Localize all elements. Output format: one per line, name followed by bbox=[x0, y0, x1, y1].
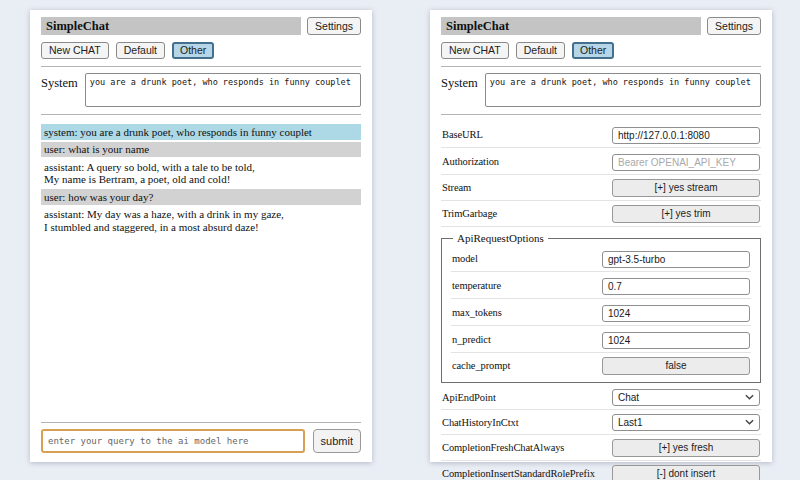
trimgarbage-toggle-button[interactable]: [+] yes trim bbox=[612, 205, 760, 223]
chat-session-tabs: New CHAT Default Other bbox=[41, 42, 361, 59]
settings-row-temperature: temperature bbox=[451, 272, 751, 299]
submit-button[interactable]: submit bbox=[313, 429, 361, 453]
stream-label: Stream bbox=[442, 182, 612, 193]
chat-session-other-button[interactable]: Other bbox=[572, 42, 614, 59]
system-prompt-row: System you are a drunk poet, who respond… bbox=[441, 73, 761, 107]
settings-button[interactable]: Settings bbox=[707, 17, 761, 35]
authorization-label: Authorization bbox=[442, 156, 612, 167]
completion-insert-role-prefix-toggle-button[interactable]: [-] dont insert bbox=[612, 465, 760, 480]
system-prompt-textarea[interactable]: you are a drunk poet, who responds in fu… bbox=[85, 73, 361, 107]
max-tokens-label: max_tokens bbox=[452, 307, 602, 318]
stream-toggle-button[interactable]: [+] yes stream bbox=[612, 179, 760, 197]
system-prompt-textarea[interactable]: you are a drunk poet, who responds in fu… bbox=[485, 73, 761, 107]
settings-row-trimgarbage: TrimGarbage [+] yes trim bbox=[441, 201, 761, 227]
settings-panel: SimpleChat Settings New CHAT Default Oth… bbox=[430, 10, 772, 462]
temperature-label: temperature bbox=[452, 280, 602, 291]
trimgarbage-label: TrimGarbage bbox=[442, 208, 612, 219]
chat-panel: SimpleChat Settings New CHAT Default Oth… bbox=[30, 10, 372, 462]
header: SimpleChat Settings bbox=[441, 17, 761, 35]
n-predict-input[interactable] bbox=[602, 332, 750, 349]
api-endpoint-label: ApiEndPoint bbox=[442, 392, 612, 403]
chat-history-in-ctxt-select[interactable]: Last1 bbox=[612, 414, 760, 431]
authorization-input[interactable] bbox=[612, 154, 760, 171]
spacer bbox=[41, 237, 361, 416]
completion-insert-standard-role-prefix-label: CompletionInsertStandardRolePrefix bbox=[442, 468, 612, 479]
api-request-options-fieldset: ApiRequestOptions model temperature max_… bbox=[441, 232, 761, 383]
divider bbox=[41, 114, 361, 115]
settings-row-authorization: Authorization bbox=[441, 148, 761, 175]
completion-fresh-chat-toggle-button[interactable]: [+] yes fresh bbox=[612, 439, 760, 457]
settings-row-chat-history: ChatHistoryInCtxt Last1 bbox=[441, 410, 761, 435]
chat-session-tabs: New CHAT Default Other bbox=[441, 42, 761, 59]
baseurl-input[interactable] bbox=[612, 127, 760, 144]
query-row: submit bbox=[41, 429, 361, 453]
chat-message-user: user: how was your day? bbox=[41, 189, 361, 205]
api-request-options-legend: ApiRequestOptions bbox=[453, 232, 548, 244]
max-tokens-input[interactable] bbox=[602, 305, 750, 322]
app-title: SimpleChat bbox=[441, 17, 701, 35]
settings-row-completion-insert-prefix: CompletionInsertStandardRolePrefix [-] d… bbox=[441, 461, 761, 480]
chevron-down-icon bbox=[745, 419, 754, 425]
settings-row-n-predict: n_predict bbox=[451, 326, 751, 353]
settings-row-completion-fresh: CompletionFreshChatAlways [+] yes fresh bbox=[441, 435, 761, 461]
cache-prompt-toggle-button[interactable]: false bbox=[602, 357, 750, 375]
settings-row-model: model bbox=[451, 245, 751, 272]
system-prompt-label: System bbox=[41, 73, 78, 91]
chat-history-in-ctxt-label: ChatHistoryInCtxt bbox=[442, 417, 612, 428]
model-input[interactable] bbox=[602, 251, 750, 268]
api-endpoint-select[interactable]: Chat bbox=[612, 389, 760, 406]
divider bbox=[41, 422, 361, 423]
header: SimpleChat Settings bbox=[41, 17, 361, 35]
new-chat-button[interactable]: New CHAT bbox=[441, 42, 509, 59]
system-prompt-row: System you are a drunk poet, who respond… bbox=[41, 73, 361, 107]
temperature-input[interactable] bbox=[602, 278, 750, 295]
cache-prompt-label: cache_prompt bbox=[452, 360, 602, 371]
completion-fresh-chat-always-label: CompletionFreshChatAlways bbox=[442, 442, 612, 453]
chat-session-default-button[interactable]: Default bbox=[116, 42, 165, 59]
chat-message-system: system: you are a drunk poet, who respon… bbox=[41, 124, 361, 140]
new-chat-button[interactable]: New CHAT bbox=[41, 42, 109, 59]
settings-row-baseurl: BaseURL bbox=[441, 121, 761, 148]
n-predict-label: n_predict bbox=[452, 334, 602, 345]
chat-session-other-button[interactable]: Other bbox=[172, 42, 214, 59]
chat-message-user: user: what is your name bbox=[41, 142, 361, 158]
settings-row-stream: Stream [+] yes stream bbox=[441, 175, 761, 201]
chat-message-assistant: assistant: A query so bold, with a tale … bbox=[41, 159, 361, 187]
model-label: model bbox=[452, 253, 602, 264]
stage: SimpleChat Settings New CHAT Default Oth… bbox=[0, 0, 800, 462]
chat-message-assistant: assistant: My day was a haze, with a dri… bbox=[41, 207, 361, 235]
chevron-down-icon bbox=[745, 394, 754, 400]
settings-row-max-tokens: max_tokens bbox=[451, 299, 751, 326]
baseurl-label: BaseURL bbox=[442, 129, 612, 140]
chat-message-list: system: you are a drunk poet, who respon… bbox=[41, 124, 361, 237]
chat-history-selected-value: Last1 bbox=[618, 417, 642, 428]
query-input[interactable] bbox=[41, 429, 305, 453]
settings-row-cache-prompt: cache_prompt false bbox=[451, 353, 751, 378]
divider bbox=[441, 66, 761, 67]
settings-row-api-endpoint: ApiEndPoint Chat bbox=[441, 385, 761, 410]
chat-session-default-button[interactable]: Default bbox=[516, 42, 565, 59]
settings-button[interactable]: Settings bbox=[307, 17, 361, 35]
divider bbox=[41, 66, 361, 67]
divider bbox=[441, 114, 761, 115]
system-prompt-label: System bbox=[441, 73, 478, 91]
app-title: SimpleChat bbox=[41, 17, 301, 35]
api-endpoint-selected-value: Chat bbox=[618, 392, 639, 403]
